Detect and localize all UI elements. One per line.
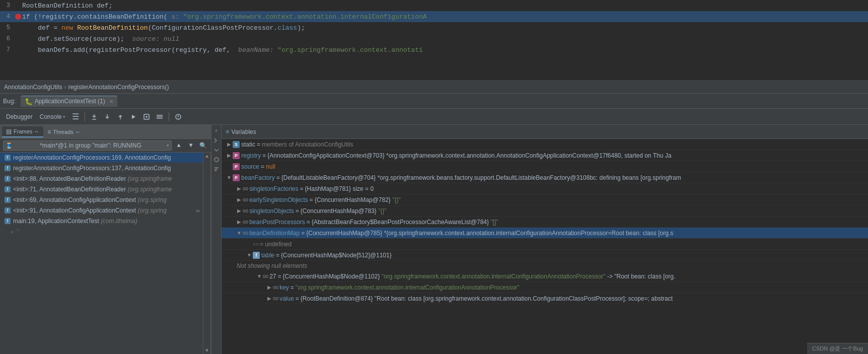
stack-frame-3[interactable]: f <init>:71, AnnotatedBeanDefinitionRead… (0, 184, 203, 195)
collapse-btn[interactable] (212, 146, 221, 154)
var-row-singletonfactories[interactable]: ▶ oo singletonFactories = {HashMap@781} … (222, 183, 868, 194)
breadcrumb-method[interactable]: registerAnnotationConfigProcessors() (68, 84, 169, 91)
var-row-singletonobjects[interactable]: ▶ oo singletonObjects = {ConcurrentHashM… (222, 205, 868, 217)
variables-content: ▶ S static = members of AnnotationConfig… (222, 139, 868, 354)
debug-tab-app[interactable]: 🐛 ApplicationContextTest (1) ✕ (21, 96, 117, 107)
stack-frame-7[interactable]: ▸ ? (0, 227, 203, 237)
expand-registry[interactable]: ▶ (226, 152, 233, 159)
var-eq: = (262, 152, 266, 159)
debugger-button[interactable]: Debugger (3, 112, 36, 121)
toolbar-separator-1 (85, 112, 85, 121)
code-line-7: 7 beanDefs.add(registerPostProcessor(reg… (0, 44, 868, 55)
run-to-cursor-btn[interactable] (127, 111, 139, 123)
scroll-up-arrow[interactable]: ▲ (203, 153, 210, 160)
add-watch-btn[interactable]: + (212, 127, 221, 135)
expand-table[interactable]: ▼ (246, 252, 253, 259)
extra-btn-1[interactable] (172, 111, 184, 123)
list-icon[interactable]: ☰ (69, 111, 82, 123)
tab-frames[interactable]: ▤ Frames ↔ (2, 126, 43, 137)
stack-frame-4[interactable]: f <init>:69, AnnotationConfigApplication… (0, 195, 203, 205)
var-name-source: source (241, 163, 259, 170)
svg-rect-1 (157, 115, 163, 116)
expand-all-btn[interactable] (212, 136, 221, 145)
var-val-source: null (266, 163, 275, 170)
var-row-earlysingleton[interactable]: ▶ oo earlySingletonObjects = {Concurrent… (222, 194, 868, 205)
var-val-key: "org.springframework.context.annotation.… (296, 284, 520, 291)
code-text: RootBeanDefinition def; (22, 2, 112, 10)
filter-btn[interactable]: 🔍 (198, 140, 208, 151)
var-row-key[interactable]: ▶ oo key = "org.springframework.context.… (222, 282, 868, 293)
bug-icon: 🐛 (25, 98, 33, 105)
var-row-static[interactable]: ▶ S static = members of AnnotationConfig… (222, 139, 868, 150)
expand-static[interactable]: ▶ (226, 141, 233, 148)
thread-dropdown[interactable]: 🧵 *main*@1 in group "main": RUNNING ▾ (3, 140, 172, 151)
frame-icon-4: f (4, 196, 11, 203)
restore-btn[interactable] (212, 156, 221, 164)
console-button[interactable]: Console ▾ (37, 112, 68, 121)
sort-btn[interactable] (212, 165, 221, 173)
step-over-btn[interactable] (88, 111, 100, 123)
stack-frame-2[interactable]: f <init>:88, AnnotatedBeanDefinitionRead… (0, 174, 203, 184)
frame-text-5: <init>:91, AnnotationConfigApplicationCo… (13, 207, 167, 214)
expand-earlysingleton[interactable]: ▶ (236, 196, 243, 203)
var-row-source[interactable]: P source = null (222, 161, 868, 172)
expand-key[interactable]: ▶ (266, 284, 273, 291)
breadcrumb-class[interactable]: AnnotationConfigUtils (4, 84, 62, 91)
var-icon-oo: oo (243, 197, 248, 202)
var-name-static: static (241, 141, 255, 148)
tab-threads[interactable]: ≡ Threads ↔ (43, 127, 84, 137)
var-row-beanfactory[interactable]: ▼ P beanFactory = {DefaultListableBeanFa… (222, 172, 868, 183)
nav-down-btn[interactable]: ▼ (186, 140, 196, 151)
thread-value: *main*@1 in group "main": RUNNING (40, 142, 141, 149)
var-eq: = (296, 295, 299, 302)
stack-frame-6[interactable]: f main:19, ApplicationContextTest (com.i… (0, 216, 203, 227)
var-icon-oo: oo (243, 208, 248, 214)
expand-singletonobjects[interactable]: ▶ (236, 207, 243, 215)
var-row-table[interactable]: ▼ f table = {ConcurrentHashMap$Node[512]… (222, 250, 868, 261)
expand-beanfactory[interactable]: ▼ (226, 174, 233, 181)
breadcrumb: AnnotationConfigUtils › registerAnnotati… (0, 81, 868, 94)
code-text: if (!registry.containsBeanDefinition( s:… (22, 13, 427, 21)
var-row-node27[interactable]: ▼ oo 27 = {ConcurrentHashMap$Node@1102} … (222, 271, 868, 282)
var-val-undefined: = undefined (260, 241, 292, 248)
debug-label: Bug: (3, 98, 16, 105)
var-row-registry[interactable]: ▶ P registry = {AnnotationConfigApplicat… (222, 150, 868, 161)
expand-beanpostprocessors[interactable]: ▶ (236, 219, 243, 226)
step-into-btn[interactable] (101, 111, 113, 123)
expand-beandefinitionmap[interactable]: ▼ (236, 230, 243, 237)
scroll-down-arrow[interactable]: ▼ (203, 347, 210, 354)
thread-selector: 🧵 *main*@1 in group "main": RUNNING ▾ ▲ … (0, 139, 211, 153)
close-tab-icon[interactable]: ✕ (109, 99, 113, 104)
var-name-beanfactory: beanFactory (241, 174, 275, 181)
breadcrumb-separator: › (64, 84, 66, 91)
threads-label: Threads ↔ (53, 129, 80, 135)
nav-up-btn[interactable]: ▲ (174, 140, 184, 151)
code-text: def.setSource(source); source: null (22, 35, 179, 43)
var-icon-p: P (233, 152, 240, 159)
stack-frame-1[interactable]: f registerAnnotationConfigProcessors:137… (0, 163, 203, 174)
stack-frame-5[interactable]: f <init>:91, AnnotationConfigApplication… (0, 205, 203, 216)
status-text: CSDN @是 一个Bug (812, 345, 863, 352)
thread-chevron: ▾ (167, 143, 169, 148)
step-out-btn[interactable] (114, 111, 126, 123)
var-row-beanpostprocessors[interactable]: ▶ oo beanPostProcessors = {AbstractBeanF… (222, 217, 868, 228)
expand-node27[interactable]: ▼ (256, 273, 263, 280)
var-row-beandefinitionmap[interactable]: ▼ oo beanDefinitionMap = {ConcurrentHash… (222, 228, 868, 239)
expand-value[interactable]: ▶ (266, 295, 273, 302)
var-icon-oo: oo (273, 296, 278, 301)
var-val-beanpostprocessors: {AbstractBeanFactory$BeanPostProcessorCa… (312, 219, 498, 226)
var-val-earlysingleton: {ConcurrentHashMap@782} "{}" (315, 196, 401, 203)
stack-frame-0[interactable]: f registerAnnotationConfigProcessors:169… (0, 153, 203, 163)
evaluate-btn[interactable] (140, 111, 153, 123)
line-number: 5 (2, 24, 14, 31)
expand-singletonfactories[interactable]: ▶ (236, 185, 243, 192)
var-row-value[interactable]: ▶ oo value = {RootBeanDefinition@874} "R… (222, 293, 868, 304)
settings-btn[interactable] (154, 111, 166, 123)
panel-tabs: ▤ Frames ↔ ≡ Threads ↔ (0, 125, 211, 139)
frame-icon-0: f (4, 154, 11, 161)
code-text: beanDefs.add(registerPostProcessor(regis… (22, 46, 423, 54)
var-name-value: value (279, 295, 294, 302)
var-name-key: key (279, 284, 289, 291)
breakpoint-icon[interactable] (14, 13, 22, 21)
var-val-registry: {AnnotationConfigApplicationContext@703}… (267, 152, 671, 159)
